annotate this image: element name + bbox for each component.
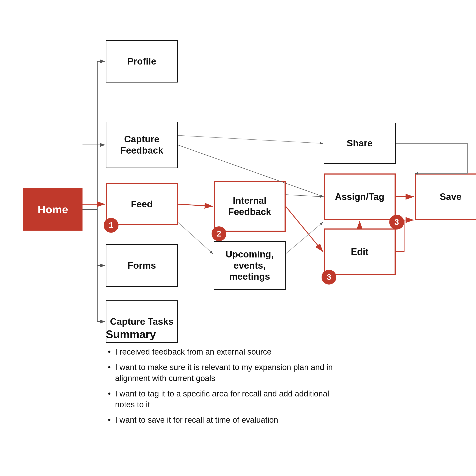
- forms-label: Forms: [128, 260, 156, 271]
- forms-node[interactable]: Forms: [106, 244, 178, 287]
- profile-node[interactable]: Profile: [106, 40, 178, 83]
- profile-label: Profile: [127, 56, 156, 67]
- home-label: Home: [38, 203, 68, 216]
- summary-item-2: I want to make sure it is relevant to my…: [106, 362, 339, 384]
- svg-line-12: [286, 206, 323, 252]
- summary-section: Summary I received feedback from an exte…: [106, 328, 339, 430]
- edit-label: Edit: [351, 246, 368, 257]
- svg-line-19: [178, 136, 323, 143]
- internal-feedback-node[interactable]: InternalFeedback: [214, 181, 286, 232]
- diagram-container: Home Profile CaptureFeedback Feed Forms …: [0, 0, 476, 476]
- save-node[interactable]: Save: [415, 173, 476, 220]
- capture-feedback-node[interactable]: CaptureFeedback: [106, 122, 178, 168]
- badge-2: 2: [212, 226, 226, 241]
- share-label: Share: [347, 138, 373, 149]
- capture-tasks-label: Capture Tasks: [110, 316, 173, 327]
- badge-3b: 3: [322, 270, 336, 285]
- summary-item-4: I want to save it for recall at time of …: [106, 415, 339, 425]
- summary-list: I received feedback from an external sou…: [106, 346, 339, 426]
- internal-feedback-label: InternalFeedback: [228, 195, 271, 218]
- summary-title: Summary: [106, 328, 339, 340]
- home-node[interactable]: Home: [23, 188, 83, 231]
- assign-tag-label: Assign/Tag: [335, 191, 384, 203]
- svg-line-14: [286, 222, 323, 254]
- summary-item-3: I want to tag it to a specific area for …: [106, 389, 339, 410]
- save-label: Save: [440, 191, 462, 203]
- summary-item-1: I received feedback from an external sou…: [106, 346, 339, 357]
- feed-label: Feed: [131, 199, 153, 210]
- upcoming-node[interactable]: Upcoming,events,meetings: [214, 241, 286, 290]
- feed-node[interactable]: Feed: [106, 183, 178, 225]
- svg-line-11: [286, 195, 323, 197]
- upcoming-label: Upcoming,events,meetings: [225, 249, 273, 282]
- assign-tag-node[interactable]: Assign/Tag: [324, 173, 396, 220]
- badge-1: 1: [104, 218, 119, 233]
- svg-line-13: [178, 222, 213, 254]
- share-node[interactable]: Share: [324, 123, 396, 164]
- edit-node[interactable]: Edit: [324, 228, 396, 275]
- svg-line-10: [178, 204, 213, 206]
- capture-feedback-label: CaptureFeedback: [120, 134, 163, 156]
- badge-3a: 3: [389, 215, 404, 230]
